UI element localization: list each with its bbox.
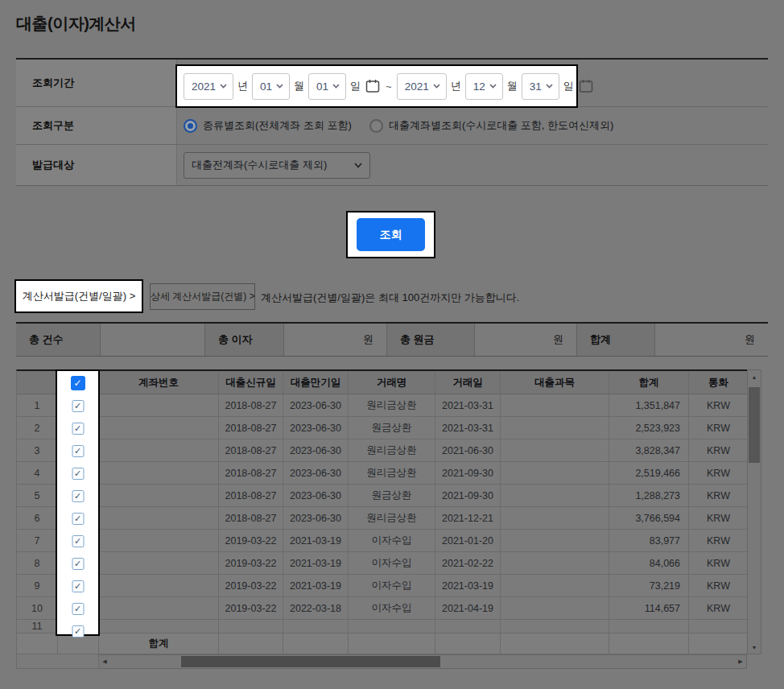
row-checkbox[interactable]: ✓ — [72, 625, 84, 637]
transaction-date-cell: 2021-12-21 — [435, 507, 501, 529]
loan-maturity-date-cell: 2023-06-30 — [283, 507, 349, 529]
row-checkbox[interactable]: ✓ — [72, 400, 84, 412]
chevron-down-icon — [276, 84, 283, 89]
row-checkbox[interactable]: ✓ — [72, 535, 84, 547]
scroll-right-arrow-icon[interactable]: ▶ — [735, 655, 746, 668]
total-amount-cell: 1,288,273 — [609, 485, 689, 506]
table-footer-row: 합계 — [17, 633, 747, 654]
table-row: 52018-08-272023-06-30원금상환2021-09-301,288… — [17, 485, 747, 507]
transaction-date-cell — [435, 620, 501, 633]
row-checkbox[interactable]: ✓ — [72, 445, 84, 457]
loan-maturity-date-cell: 2023-06-30 — [283, 485, 349, 506]
year-suffix: 년 — [451, 79, 461, 93]
account-number-cell — [99, 462, 219, 484]
scroll-left-arrow-icon[interactable]: ◀ — [99, 655, 110, 668]
transaction-name-cell — [349, 620, 435, 633]
to-day-select[interactable]: 31 — [522, 73, 559, 100]
transaction-date-cell: 2021-04-19 — [435, 597, 501, 619]
form-row-query-type: 조회구분 종류별조회(전체계좌 조회 포함) 대출계좌별조회(수시로대출 포함,… — [16, 107, 768, 145]
horizontal-scroll-thumb[interactable] — [181, 656, 440, 667]
transaction-date-cell: 2021-03-31 — [435, 394, 501, 416]
transaction-date-cell: 2021-09-30 — [435, 485, 501, 506]
table-row: 22018-08-272023-06-30원금상환2021-03-312,523… — [17, 417, 747, 439]
transaction-name-cell: 원금상환 — [349, 417, 435, 439]
calendar-icon[interactable] — [365, 78, 381, 94]
currency-cell: KRW — [689, 552, 748, 574]
radio-option-by-account[interactable]: 대출계좌별조회(수시로대출 포함, 한도여신제외) — [369, 118, 614, 133]
day-suffix: 일 — [563, 79, 574, 93]
total-principal-value: 원 — [475, 324, 577, 356]
chevron-down-icon — [332, 84, 340, 89]
row-checkbox[interactable]: ✓ — [72, 468, 84, 480]
transaction-name-cell: 원리금상환 — [349, 507, 435, 529]
radio-selected-icon[interactable] — [184, 119, 197, 133]
total-amount-cell — [609, 620, 689, 633]
loan-maturity-date-cell: 2022-03-18 — [283, 597, 349, 619]
row-checkbox[interactable]: ✓ — [72, 490, 84, 502]
radio-option-by-type[interactable]: 종류별조회(전체계좌 조회 포함) — [184, 118, 352, 133]
month-suffix: 월 — [294, 79, 304, 93]
total-count-value — [101, 324, 205, 356]
scroll-up-arrow-icon[interactable]: ▲ — [748, 370, 761, 383]
account-number-cell — [99, 485, 219, 506]
loan-subject-cell — [501, 394, 609, 416]
total-amount-cell: 73,219 — [609, 575, 689, 596]
from-year-select[interactable]: 2021 — [184, 73, 233, 100]
vertical-scrollbar[interactable]: ▲ ▼ — [747, 369, 761, 654]
search-button[interactable]: 조회 — [357, 218, 425, 251]
loan-start-date-header: 대출신규일 — [219, 371, 283, 394]
loan-subject-cell — [501, 575, 609, 596]
query-type-radio-group: 종류별조회(전체계좌 조회 포함) 대출계좌별조회(수시로대출 포함, 한도여신… — [184, 118, 613, 133]
day-suffix: 일 — [350, 79, 361, 93]
issue-target-select[interactable]: 대출전계좌(수시로대출 제외) — [184, 152, 370, 179]
transaction-date-cell: 2021-01-20 — [435, 530, 501, 551]
to-year-select[interactable]: 2021 — [397, 73, 447, 100]
to-month-select[interactable]: 12 — [465, 73, 503, 100]
transaction-name-cell: 이자수입 — [349, 552, 435, 574]
row-checkbox[interactable]: ✓ — [72, 603, 84, 615]
row-checkbox[interactable]: ✓ — [72, 513, 84, 525]
table-row: 62018-08-272023-06-30원리금상환2021-12-213,76… — [17, 507, 747, 530]
currency-header: 통화 — [689, 371, 748, 394]
account-number-cell — [99, 575, 219, 596]
total-interest-value: 원 — [284, 324, 387, 356]
currency-cell: KRW — [689, 507, 748, 529]
year-suffix: 년 — [237, 79, 248, 93]
from-month-select[interactable]: 01 — [252, 73, 290, 100]
row-checkbox[interactable]: ✓ — [72, 558, 84, 570]
row-number-cell: 2 — [17, 417, 58, 439]
frozen-corner — [17, 654, 99, 669]
form-row-issue-target: 발급대상 대출전계좌(수시로대출 제외) — [16, 145, 768, 185]
loan-start-date-cell: 2018-08-27 — [219, 507, 283, 529]
row-checkbox[interactable]: ✓ — [72, 423, 84, 435]
from-day-select[interactable]: 01 — [308, 73, 346, 100]
account-number-header: 계좌번호 — [99, 371, 219, 394]
table-row: 32018-08-272023-06-30원리금상환2021-06-303,82… — [17, 439, 747, 462]
calendar-icon[interactable] — [578, 78, 594, 94]
loan-start-date-cell: 2018-08-27 — [219, 394, 283, 416]
loan-subject-cell — [501, 439, 609, 461]
currency-cell: KRW — [689, 575, 748, 596]
scroll-down-arrow-icon[interactable]: ▼ — [748, 641, 761, 654]
loan-start-date-cell: 2018-08-27 — [219, 439, 283, 461]
horizontal-scrollbar[interactable]: ◀ ▶ — [99, 654, 747, 669]
chevron-down-icon — [220, 84, 227, 89]
select-all-checkbox[interactable]: ✓ — [71, 376, 85, 390]
row-number-cell: 3 — [17, 439, 58, 461]
table-row: 12018-08-272023-06-30원리금상환2021-03-311,35… — [17, 394, 747, 417]
row-checkbox[interactable]: ✓ — [72, 580, 84, 592]
loan-subject-header: 대출과목 — [501, 371, 609, 394]
date-range-separator: ~ — [386, 80, 392, 93]
total-amount-cell: 2,523,923 — [609, 417, 689, 439]
transaction-name-header: 거래명 — [349, 371, 435, 394]
month-suffix: 월 — [507, 79, 518, 93]
loan-maturity-date-cell: 2021-03-19 — [283, 575, 349, 596]
loan-maturity-date-header: 대출만기일 — [283, 371, 349, 394]
detail-issue-statement-button[interactable]: 상세 계산서발급(건별) > — [150, 283, 255, 310]
row-number-cell: 5 — [17, 485, 58, 506]
row-number-cell: 10 — [17, 597, 58, 619]
issue-statement-button[interactable]: 계산서발급(건별/일괄) > — [23, 289, 135, 303]
transaction-name-cell: 원금상환 — [349, 485, 435, 506]
vertical-scroll-thumb[interactable] — [749, 387, 760, 463]
radio-unselected-icon[interactable] — [369, 119, 383, 133]
